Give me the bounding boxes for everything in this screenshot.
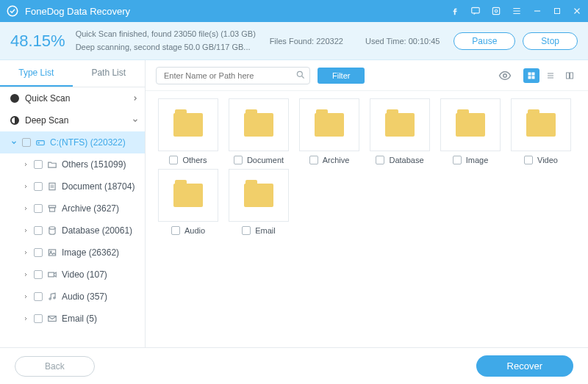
chevron-right-icon — [22, 293, 29, 300]
window-controls — [450, 6, 582, 16]
pause-button[interactable]: Pause — [453, 32, 515, 50]
checkbox[interactable] — [34, 270, 43, 279]
grid-item-audio[interactable]: Audio — [156, 169, 220, 235]
minimize-icon[interactable] — [532, 6, 542, 16]
checkbox[interactable] — [309, 156, 318, 164]
grid-item-archive[interactable]: Archive — [297, 98, 362, 164]
tree-cat-document[interactable]: Document (18704) — [0, 175, 145, 198]
scan-msg-2: Deep scanning, second stage 50.0 GB/117 … — [76, 41, 256, 54]
chevron-right-icon — [22, 205, 29, 212]
chevron-right-icon — [22, 271, 29, 278]
scan-msg-1: Quick Scan finished, found 23050 file(s)… — [76, 28, 256, 41]
checkbox[interactable] — [34, 182, 43, 191]
recover-button[interactable]: Recover — [476, 355, 573, 377]
folder-icon — [526, 113, 556, 137]
folder-icon — [385, 113, 415, 137]
svg-rect-19 — [528, 72, 531, 75]
tree-cat-audio[interactable]: Audio (357) — [0, 286, 145, 308]
maximize-icon[interactable] — [553, 7, 562, 15]
folder-thumb — [370, 98, 430, 151]
tree-deep-scan[interactable]: Deep Scan — [0, 109, 145, 131]
checkbox[interactable] — [169, 156, 178, 164]
view-grid-button[interactable] — [523, 68, 539, 83]
tree-quick-scan[interactable]: Quick Scan — [0, 87, 145, 109]
view-list-button[interactable] — [542, 68, 559, 83]
tree-cat-email[interactable]: Email (5) — [0, 308, 145, 330]
back-button[interactable]: Back — [15, 356, 95, 377]
drive-icon — [35, 137, 46, 148]
checkbox[interactable] — [171, 226, 180, 235]
settings-icon[interactable] — [491, 6, 501, 16]
checkbox[interactable] — [376, 156, 384, 164]
checkbox[interactable] — [234, 156, 243, 164]
preview-icon[interactable] — [498, 69, 512, 82]
folder-thumb — [158, 169, 218, 222]
svg-rect-4 — [555, 9, 560, 14]
search-icon[interactable] — [295, 70, 306, 80]
folder-thumb — [440, 98, 501, 151]
svg-rect-2 — [492, 7, 499, 14]
files-found-value: 220322 — [316, 37, 343, 46]
tree-cat-archive[interactable]: Archive (3627) — [0, 198, 145, 220]
svg-rect-22 — [532, 76, 535, 79]
titlebar: FoneDog Data Recovery — [0, 0, 588, 22]
footer: Back Recover — [0, 347, 588, 384]
grid-item-email[interactable]: Email — [226, 169, 291, 235]
checkbox[interactable] — [34, 160, 43, 169]
svg-rect-13 — [49, 272, 54, 277]
chevron-right-icon — [22, 315, 29, 322]
stop-button[interactable]: Stop — [523, 32, 578, 50]
facebook-icon[interactable] — [450, 6, 460, 16]
svg-rect-11 — [49, 250, 55, 256]
tab-path-list[interactable]: Path List — [73, 60, 146, 87]
folder-icon — [173, 113, 203, 137]
menu-icon[interactable] — [512, 6, 522, 16]
checkbox[interactable] — [22, 138, 31, 147]
checkbox[interactable] — [34, 248, 43, 257]
chevron-down-icon — [132, 117, 139, 124]
grid-item-database[interactable]: Database — [368, 98, 432, 164]
folder-thumb — [511, 98, 571, 151]
checkbox[interactable] — [34, 292, 43, 301]
feedback-icon[interactable] — [470, 6, 481, 16]
folder-grid: Others Document Archive Database Image V… — [146, 91, 588, 347]
folder-icon — [244, 184, 273, 207]
checkbox[interactable] — [453, 156, 462, 164]
svg-point-6 — [38, 142, 39, 143]
close-icon[interactable] — [572, 6, 582, 16]
main: Filter Others Document Archive — [146, 60, 588, 347]
svg-rect-5 — [37, 141, 45, 145]
tab-type-list[interactable]: Type List — [0, 60, 73, 87]
tree-drive[interactable]: C:(NTFS) (220322) — [0, 131, 145, 153]
search-input[interactable] — [156, 67, 310, 84]
checkbox[interactable] — [34, 204, 43, 213]
grid-item-video[interactable]: Video — [509, 98, 573, 164]
sidebar-tabs: Type List Path List — [0, 60, 145, 87]
grid-item-others[interactable]: Others — [156, 98, 220, 164]
checkbox[interactable] — [524, 156, 533, 164]
checkbox[interactable] — [242, 226, 251, 235]
checkbox[interactable] — [34, 314, 43, 323]
drive-label: C:(NTFS) (220322) — [50, 137, 126, 148]
folder-thumb — [299, 98, 359, 151]
scan-messages: Quick Scan finished, found 23050 file(s)… — [76, 28, 256, 54]
folder-icon — [315, 113, 344, 137]
bullet-half-icon — [10, 116, 19, 125]
checkbox[interactable] — [34, 226, 43, 235]
grid-item-document[interactable]: Document — [226, 98, 291, 164]
svg-rect-20 — [532, 72, 535, 75]
image-icon — [47, 247, 57, 258]
tree-cat-image[interactable]: Image (26362) — [0, 242, 145, 264]
filter-button[interactable]: Filter — [318, 68, 365, 84]
search-box — [156, 67, 310, 84]
tree-cat-video[interactable]: Video (107) — [0, 264, 145, 286]
grid-item-image[interactable]: Image — [438, 98, 503, 164]
view-detail-button[interactable] — [562, 68, 578, 83]
folder-thumb — [229, 98, 289, 151]
used-time-label: Used Time: — [365, 37, 406, 46]
folder-icon — [456, 113, 485, 137]
audio-icon — [47, 291, 57, 302]
tree-cat-others[interactable]: Others (151099) — [0, 153, 145, 175]
toolbar: Filter — [146, 60, 588, 91]
tree-cat-database[interactable]: Database (20061) — [0, 220, 145, 242]
